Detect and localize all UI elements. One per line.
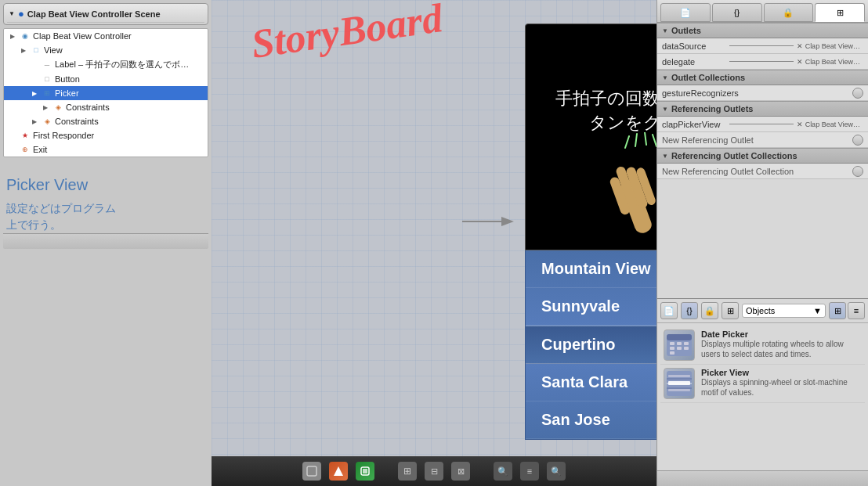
lib-item[interactable]: Date PickerDisplays multiple rotating wh…	[660, 326, 865, 365]
toolbar-btn-4[interactable]: ⊞	[398, 462, 417, 481]
svg-rect-35	[668, 381, 690, 385]
library-items: Date PickerDisplays multiple rotating wh…	[657, 323, 868, 470]
lib-dropdown-label: Objects	[746, 306, 813, 315]
tab-lock[interactable]: 🔒	[764, 3, 814, 22]
outlet-delegate-target: ✕ Clap Beat View…	[797, 58, 860, 66]
svg-rect-28	[684, 347, 689, 350]
tree-item-constraints[interactable]: ▶◈Constraints	[4, 100, 208, 114]
picker-item[interactable]: Cupertino	[526, 326, 656, 364]
library-toolbar: 📄 {} 🔒 ⊞ Objects ▼ ⊞ ≡	[657, 299, 868, 323]
tree-item-label: Button	[55, 74, 80, 84]
tree-arrow: ▶	[43, 104, 52, 111]
tree-item-label: Picker	[55, 88, 79, 98]
toolbar-btn-6[interactable]: ⊠	[451, 462, 470, 481]
new-ref-outlet-row[interactable]: New Referencing Outlet	[657, 132, 868, 148]
ref-outlet-collections-header: ▼ Referencing Outlet Collections	[657, 148, 868, 164]
lib-list-view-btn[interactable]: ≡	[848, 302, 865, 319]
tree-icon-vc: ◉	[20, 31, 31, 41]
picker-item[interactable]: Sunnyvale	[526, 288, 656, 326]
toolbar-btn-7[interactable]: 🔍	[494, 462, 512, 481]
outlets-triangle: ▼	[662, 27, 668, 34]
lib-tab-objects[interactable]: {}	[681, 302, 698, 319]
new-ref-outlet-collection-btn[interactable]	[852, 166, 863, 177]
svg-rect-25	[684, 342, 689, 345]
toolbar-btn-3[interactable]	[356, 462, 374, 481]
object-library: 📄 {} 🔒 ⊞ Objects ▼ ⊞ ≡	[657, 298, 868, 470]
lib-item-desc: Displays multiple rotating wheels to all…	[701, 339, 862, 359]
gesture-circle-btn[interactable]	[852, 88, 863, 99]
tree-arrow: ▶	[32, 118, 42, 125]
svg-rect-27	[677, 347, 682, 350]
tab-file[interactable]: 📄	[660, 3, 711, 22]
tree-item-label: First Responder	[33, 131, 94, 140]
left-bottom-bar	[3, 233, 208, 249]
referencing-outlets-header: ▼ Referencing Outlets	[657, 101, 868, 117]
toolbar-btn-8[interactable]: ≡	[520, 462, 539, 481]
lib-tab-file[interactable]: 📄	[660, 302, 678, 319]
lib-item-icon	[664, 329, 695, 361]
toolbar-btn-5[interactable]: ⊟	[425, 462, 443, 481]
tree-item-first-responder[interactable]: ★First Responder	[4, 128, 208, 142]
ref-outlet-clappickerview-row: clapPickerView ✕ Clap Beat View…	[657, 117, 868, 132]
tree-icon-constraint: ◈	[42, 116, 52, 127]
toolbar-btn-9[interactable]: 🔍	[547, 462, 566, 481]
phone-main-text: 手拍子の回数を選んでボ タンをクリック	[526, 87, 656, 135]
svg-rect-23	[670, 342, 675, 345]
tree-item-constraints[interactable]: ▶◈Constraints	[4, 114, 208, 128]
storyboard-watermark: StoryBoard	[248, 0, 445, 67]
picker-item[interactable]: Santa Clara	[526, 364, 656, 401]
tab-connections[interactable]: ⊞	[815, 3, 865, 22]
toolbar-btn-2[interactable]	[329, 462, 348, 481]
ref-outlet-collections-triangle: ▼	[662, 153, 668, 160]
lib-grid-view-btn[interactable]: ⊞	[829, 302, 846, 319]
tree-item-view[interactable]: ▶□View	[4, 43, 208, 57]
tree-item-picker[interactable]: ▶⊞Picker	[4, 86, 208, 100]
svg-line-15	[653, 135, 656, 146]
new-ref-outlet-collection-row[interactable]: New Referencing Outlet Collection	[657, 164, 868, 179]
svg-line-12	[625, 136, 629, 148]
svg-line-13	[635, 134, 637, 146]
lib-tab-snippets[interactable]: ⊞	[722, 302, 739, 319]
tree-arrow: ▶	[32, 90, 42, 97]
outlet-datasource-target: ✕ Clap Beat View…	[797, 42, 860, 50]
lib-item-title: Picker View	[701, 368, 862, 377]
center-canvas[interactable]: StoryBoard ▇▇▇▇ 100% 手拍子の回数を選んでボ タンをクリック	[212, 0, 656, 486]
outlet-datasource-label: dataSource	[662, 41, 726, 51]
tree-item-button[interactable]: □Button	[4, 72, 208, 86]
outlets-section-header: ▼ Outlets	[657, 23, 868, 38]
toolbar-btn-1[interactable]	[302, 462, 321, 481]
svg-line-14	[645, 132, 646, 145]
outlet-delegate-label: delegate	[662, 57, 726, 67]
tree-item-label-–-手拍子の回数を選んでボ…[interactable]: ─Label – 手拍子の回数を選んでボ…	[4, 57, 208, 72]
outlet-datasource-row: dataSource ✕ Clap Beat View…	[657, 38, 868, 54]
picker-item[interactable]: San Jose	[526, 401, 656, 439]
ref-outlet-target: ✕ Clap Beat View…	[797, 121, 860, 128]
tree-item-label: Constraints	[66, 103, 110, 112]
tree-arrow: ▶	[21, 47, 31, 54]
referencing-outlets-title: Referencing Outlets	[671, 104, 754, 113]
lib-item[interactable]: Picker ViewDisplays a spinning-wheel or …	[660, 365, 865, 403]
ref-outlet-collections-title: Referencing Outlet Collections	[671, 151, 797, 160]
tree-item-exit[interactable]: ⊕Exit	[4, 142, 208, 157]
tree-item-label: View	[44, 45, 63, 55]
tree-icon-view: □	[31, 45, 42, 56]
outlet-collection-gesture-row: gestureRecognizers	[657, 85, 868, 101]
tree-icon-label: ─	[42, 59, 52, 70]
picker-view-label: Picker View	[6, 176, 205, 194]
tree-item-clap-beat-view-contr[interactable]: ▶◉Clap Beat View Controller	[4, 29, 208, 43]
scene-title: ▼ ● Clap Beat View Controller Scene	[7, 5, 204, 23]
picker-view[interactable]: Mountain ViewSunnyvaleCupertinoSanta Cla…	[525, 250, 656, 440]
lib-dropdown[interactable]: Objects ▼	[742, 304, 826, 318]
tab-code[interactable]: {}	[712, 3, 762, 22]
svg-marker-18	[334, 466, 343, 476]
tree-icon-exit: ⊕	[20, 144, 31, 155]
picker-item[interactable]: Mountain View	[526, 250, 656, 288]
svg-rect-22	[667, 334, 692, 340]
outlets-title: Outlets	[671, 26, 701, 35]
left-panel: ▼ ● Clap Beat View Controller Scene ▶◉Cl…	[0, 0, 212, 486]
new-ref-outlet-btn[interactable]	[852, 135, 863, 146]
svg-rect-17	[307, 466, 316, 476]
scene-title-text: Clap Beat View Controller Scene	[27, 9, 161, 19]
lib-tab-media[interactable]: 🔒	[701, 302, 718, 319]
lib-item-icon	[664, 368, 695, 399]
